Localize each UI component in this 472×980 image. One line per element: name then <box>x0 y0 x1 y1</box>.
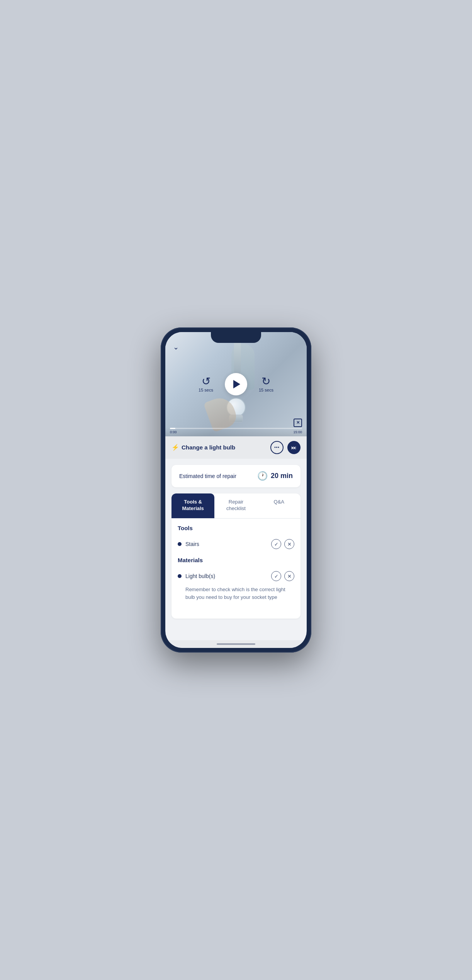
play-icon <box>233 380 240 388</box>
play-button[interactable] <box>225 373 247 395</box>
title-actions: ••• ⏭ <box>270 441 301 454</box>
time-start: 0:00 <box>170 430 177 434</box>
progress-track[interactable] <box>170 428 302 429</box>
progress-fill <box>170 428 175 429</box>
tab-content-tools-materials: Tools Stairs ✓ ✕ <box>171 519 301 619</box>
video-title: Change a light bulb <box>182 444 235 451</box>
tab-repair-checklist[interactable]: Repairchecklist <box>214 493 257 519</box>
phone-frame: ⌄ ↺ 15 secs <box>161 327 311 653</box>
fullscreen-icon: ✕ <box>296 420 300 425</box>
forward-icon: ↻ <box>261 376 270 387</box>
lightning-icon: ⚡ <box>171 444 179 451</box>
time-value: 🕐 20 min <box>257 471 293 481</box>
estimated-time-card: Estimated time of repair 🕐 20 min <box>171 465 301 487</box>
clock-icon: 🕐 <box>257 471 268 481</box>
item-name-lightbulb: Light bulb(s) <box>185 573 215 579</box>
item-name-stairs: Stairs <box>185 541 199 547</box>
tabs-container: Tools &Materials Repairchecklist Q&A Too… <box>171 493 301 619</box>
home-indicator[interactable] <box>217 643 255 645</box>
materials-section-title: Materials <box>178 557 294 563</box>
item-actions: ✓ ✕ <box>271 539 294 549</box>
item-left: Stairs <box>178 541 199 547</box>
fullscreen-button[interactable]: ✕ <box>294 419 302 427</box>
more-options-button[interactable]: ••• <box>270 441 284 454</box>
forward-button[interactable]: ↻ 15 secs <box>259 376 273 392</box>
progress-times: 0:00 15:00 <box>170 430 302 434</box>
more-icon: ••• <box>274 445 280 449</box>
video-controls: ↺ 15 secs ↻ 15 secs <box>165 373 307 395</box>
estimated-time-label: Estimated time of repair <box>179 473 236 479</box>
materials-section: Materials Light bulb(s) ✓ ✕ Remember <box>178 557 294 601</box>
check-button-lightbulb[interactable]: ✓ <box>271 571 281 581</box>
main-content: Estimated time of repair 🕐 20 min Tools … <box>165 459 307 641</box>
tools-section-title: Tools <box>178 525 294 531</box>
rewind-label: 15 secs <box>199 388 213 392</box>
forward-label: 15 secs <box>259 388 273 392</box>
item-left: Light bulb(s) <box>178 573 215 579</box>
phone-screen: ⌄ ↺ 15 secs <box>165 332 307 648</box>
list-item: Stairs ✓ ✕ <box>178 536 294 552</box>
title-bar: ⚡ Change a light bulb ••• ⏭ <box>165 436 307 459</box>
rewind-icon: ↺ <box>202 376 211 387</box>
notch <box>211 332 261 343</box>
home-indicator-bar <box>165 640 307 648</box>
progress-bar-area: 0:00 15:00 ✕ <box>165 428 307 436</box>
time-duration: 20 min <box>271 472 293 480</box>
video-player: ↺ 15 secs ↻ 15 secs 0:00 15:00 <box>165 332 307 436</box>
skip-button[interactable]: ⏭ <box>287 441 301 454</box>
reject-button-stairs[interactable]: ✕ <box>284 539 294 549</box>
tools-section: Tools Stairs ✓ ✕ <box>178 525 294 552</box>
list-item: Light bulb(s) ✓ ✕ <box>178 568 294 584</box>
bottom-space <box>171 619 301 634</box>
back-chevron[interactable]: ⌄ <box>173 343 179 351</box>
title-left: ⚡ Change a light bulb <box>171 444 235 451</box>
tab-qa[interactable]: Q&A <box>258 493 301 519</box>
time-end: 15:00 <box>293 430 302 434</box>
spacer <box>178 601 294 612</box>
check-button-stairs[interactable]: ✓ <box>271 539 281 549</box>
item-actions: ✓ ✕ <box>271 571 294 581</box>
rewind-button[interactable]: ↺ 15 secs <box>199 376 213 392</box>
bullet-icon <box>178 574 182 578</box>
tab-tools-materials[interactable]: Tools &Materials <box>171 493 214 519</box>
lightbulb-note: Remember to check which is the correct l… <box>185 586 294 601</box>
tabs-header: Tools &Materials Repairchecklist Q&A <box>171 493 301 519</box>
skip-icon: ⏭ <box>291 444 297 451</box>
chevron-down-icon[interactable]: ⌄ <box>173 343 179 351</box>
reject-button-lightbulb[interactable]: ✕ <box>284 571 294 581</box>
bullet-icon <box>178 542 182 546</box>
